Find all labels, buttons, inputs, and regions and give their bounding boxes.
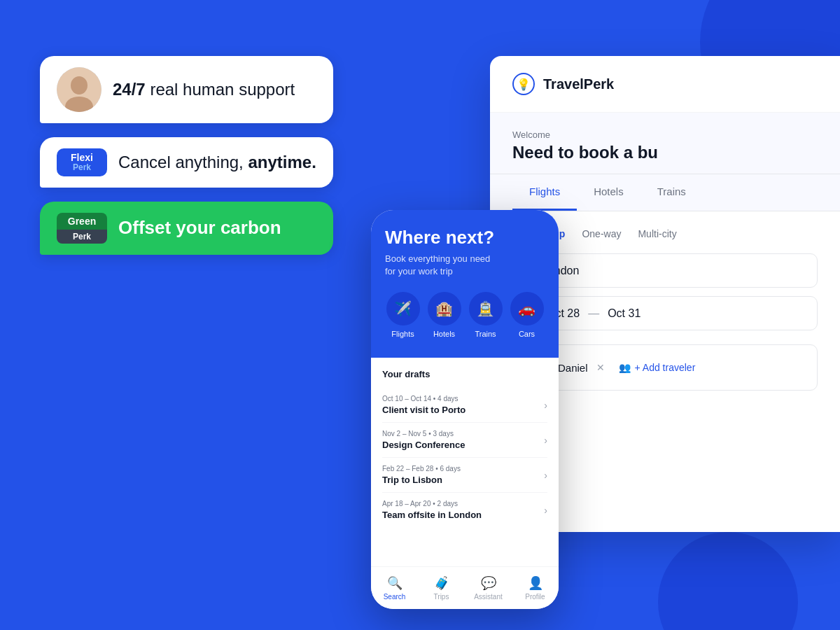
mobile-cars-icon-item[interactable]: 🚗 Cars	[509, 292, 545, 338]
mobile-bottom-nav: 🔍 Search 🧳 Trips 💬 Assistant 👤 Profile	[371, 566, 559, 609]
draft-meta: Feb 22 – Feb 28 • 6 days	[382, 465, 461, 472]
tab-hotels[interactable]: Hotels	[577, 174, 640, 211]
logo-icon: 💡	[512, 73, 535, 95]
cars-label: Cars	[519, 330, 535, 338]
flexi-badge-top: Flexi	[71, 153, 93, 162]
trips-icon: 🧳	[434, 575, 449, 591]
flexiperk-text: Cancel anything, anytime.	[118, 151, 316, 173]
search-nav-label: Search	[384, 593, 406, 601]
welcome-subtitle: Welcome	[512, 130, 818, 140]
cars-icon-circle: 🚗	[510, 292, 544, 326]
date-separator: —	[588, 307, 599, 320]
nav-item-trips[interactable]: 🧳 Trips	[418, 573, 465, 603]
trains-icon-circle: 🚊	[469, 292, 503, 326]
tab-trains[interactable]: Trains	[640, 174, 703, 211]
draft-name: Trip to Lisbon	[382, 475, 461, 485]
assistant-nav-label: Assistant	[474, 593, 503, 601]
trip-type-one-way[interactable]: One-way	[582, 228, 621, 239]
profile-icon: 👤	[528, 575, 543, 591]
mobile-app-card: Where next? Book everything you needfor …	[371, 210, 559, 609]
green-perk-badge: Green Perk	[57, 213, 107, 244]
avatar	[57, 67, 102, 112]
date-range: Oct 28 — Oct 31	[547, 307, 640, 320]
mobile-hotels-icon-item[interactable]: 🏨 Hotels	[426, 292, 462, 338]
trains-label: Trains	[475, 330, 496, 338]
chevron-right-icon: ›	[544, 505, 547, 516]
date-to: Oct 31	[608, 307, 640, 320]
chat-section: 24/7 real human support Flexi Perk Cance…	[40, 56, 333, 255]
trips-nav-label: Trips	[434, 593, 449, 601]
flights-label: Flights	[391, 330, 414, 338]
profile-nav-label: Profile	[525, 593, 545, 601]
hotels-icon-circle: 🏨	[428, 292, 461, 326]
add-traveler-icon: 👥	[619, 362, 631, 373]
greenperk-bubble: Green Perk Offset your carbon	[40, 202, 333, 255]
welcome-title: Need to book a bu	[512, 143, 818, 162]
mobile-header: Where next? Book everything you needfor …	[371, 210, 559, 358]
list-item[interactable]: Oct 10 – Oct 14 • 4 days Client visit to…	[382, 388, 547, 423]
draft-name: Design Conference	[382, 440, 465, 450]
add-traveler-button[interactable]: 👥 + Add traveler	[619, 362, 696, 373]
add-traveler-label: + Add traveler	[635, 362, 696, 373]
nav-item-search[interactable]: 🔍 Search	[371, 573, 418, 603]
draft-name: Team offsite in London	[382, 510, 482, 520]
flexi-badge-bottom: Perk	[73, 162, 91, 172]
hotels-label: Hotels	[433, 330, 455, 338]
remove-traveler-button[interactable]: ✕	[596, 362, 605, 373]
chevron-right-icon: ›	[544, 400, 547, 411]
chevron-right-icon: ›	[544, 435, 547, 446]
greenperk-text: Offset your carbon	[118, 216, 281, 240]
mobile-subtitle: Book everything you needfor your work tr…	[385, 253, 545, 278]
list-item[interactable]: Nov 2 – Nov 5 • 3 days Design Conference…	[382, 423, 547, 458]
green-badge-bottom: Perk	[57, 230, 107, 244]
mobile-icons-row: ✈️ Flights 🏨 Hotels 🚊 Trains 🚗 Cars	[385, 292, 545, 338]
tab-flights[interactable]: Flights	[512, 174, 577, 211]
mobile-flights-icon-item[interactable]: ✈️ Flights	[385, 292, 421, 338]
draft-name: Client visit to Porto	[382, 405, 465, 415]
desktop-welcome: Welcome Need to book a bu	[490, 113, 840, 174]
draft-meta: Nov 2 – Nov 5 • 3 days	[382, 430, 465, 438]
desktop-header: 💡 TravelPerk	[490, 56, 840, 113]
logo-text: TravelPerk	[543, 76, 614, 92]
bg-circle-bottom-right	[658, 532, 798, 630]
support-bubble: 24/7 real human support	[40, 56, 333, 123]
list-item[interactable]: Feb 22 – Feb 28 • 6 days Trip to Lisbon …	[382, 458, 547, 493]
chevron-right-icon: ›	[544, 470, 547, 481]
mobile-body: Your drafts Oct 10 – Oct 14 • 4 days Cli…	[371, 358, 559, 566]
flexi-perk-badge: Flexi Perk	[57, 148, 107, 176]
trip-type-multi-city[interactable]: Multi-city	[638, 228, 676, 239]
mobile-trains-icon-item[interactable]: 🚊 Trains	[468, 292, 503, 338]
mobile-title: Where next?	[385, 227, 545, 248]
drafts-section-title: Your drafts	[382, 369, 547, 379]
draft-meta: Apr 18 – Apr 20 • 2 days	[382, 500, 482, 507]
flights-icon-circle: ✈️	[386, 292, 420, 326]
draft-meta: Oct 10 – Oct 14 • 4 days	[382, 395, 465, 402]
traveler-name: Daniel	[558, 362, 588, 374]
support-text: 24/7 real human support	[113, 78, 295, 100]
flexiperk-bubble: Flexi Perk Cancel anything, anytime.	[40, 137, 333, 188]
assistant-icon: 💬	[481, 575, 496, 591]
green-badge-top: Green	[57, 213, 107, 230]
svg-point-1	[71, 76, 88, 94]
search-icon: 🔍	[387, 575, 402, 591]
desktop-tabs: Flights Hotels Trains	[490, 174, 840, 211]
list-item[interactable]: Apr 18 – Apr 20 • 2 days Team offsite in…	[382, 493, 547, 527]
nav-item-assistant[interactable]: 💬 Assistant	[465, 573, 512, 603]
nav-item-profile[interactable]: 👤 Profile	[512, 573, 559, 603]
